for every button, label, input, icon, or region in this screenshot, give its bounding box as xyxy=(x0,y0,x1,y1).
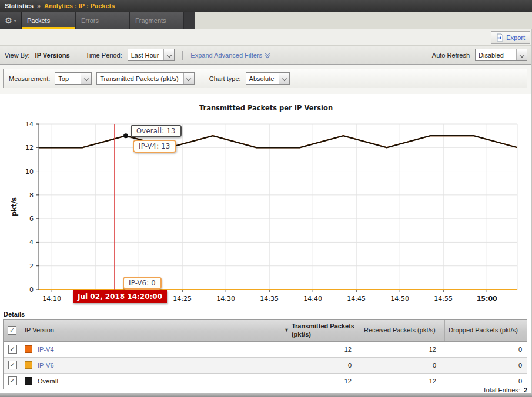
column-label: Received Packets (pkt/s) xyxy=(364,327,436,335)
line-chart[interactable]: 0246810121414:1014:1514:2014:2514:3014:3… xyxy=(0,94,532,312)
auto-refresh-select[interactable]: Disabled xyxy=(475,49,527,61)
hover-point-overall xyxy=(123,133,128,138)
export-label: Export xyxy=(506,34,525,41)
transmitted-value: 12 xyxy=(280,342,360,357)
row-checkbox-overall[interactable]: ✓ xyxy=(8,376,17,385)
x-tick-label: 14:30 xyxy=(216,295,235,302)
x-tick-label: 14:10 xyxy=(42,295,61,302)
divider xyxy=(202,74,202,83)
tab-strip: ⚙ ▾ PacketsErrorsFragments xyxy=(0,12,195,29)
row-checkbox-cell: ✓ xyxy=(4,358,21,373)
y-tick-label: 8 xyxy=(29,191,34,199)
breadcrumb-section[interactable]: Statistics xyxy=(5,2,34,9)
dropdown-arrow-icon xyxy=(279,73,289,84)
row-checkbox-cell: ✓ xyxy=(4,374,21,389)
hover-time-badge: Jul 02, 2018 14:20:00 xyxy=(73,290,167,303)
y-tick-label: 12 xyxy=(25,144,34,152)
x-tick-label: 14:50 xyxy=(390,295,409,302)
double-chevron-down-icon xyxy=(266,52,269,58)
measurement-bar: Measurement: Top Transmitted Packets (pk… xyxy=(3,69,527,88)
details-heading: Details xyxy=(4,311,25,318)
measurement-metric-select[interactable]: Transmitted Packets (pkt/s) xyxy=(96,72,194,85)
table-row-ip-v4: ✓IP-V412120 xyxy=(4,342,527,357)
y-tick-label: 0 xyxy=(29,286,34,294)
column-label: IP Version xyxy=(25,327,54,335)
series-line-ip-v4 xyxy=(39,136,517,147)
bottom-scrollbar[interactable] xyxy=(0,393,532,397)
column-label: Transmitted Packets (pkt/s) xyxy=(292,322,356,339)
details-table-body: ✓IP-V412120✓IP-V6000✓Overall12120 xyxy=(4,342,527,389)
auto-refresh-value: Disabled xyxy=(476,49,516,60)
breadcrumb-separator-icon: » xyxy=(37,2,41,9)
tooltip-overall: Overall: 13 xyxy=(131,125,182,137)
measurement-top-value: Top xyxy=(55,73,81,84)
tab-options-button[interactable]: ⚙ ▾ xyxy=(0,12,22,29)
column-header-transmitted-packets-pkt-s[interactable]: ▼Transmitted Packets (pkt/s) xyxy=(280,320,360,341)
tab-label: Errors xyxy=(81,17,99,24)
gear-icon: ⚙ xyxy=(5,16,12,25)
column-header-dropped-packets-pkt-s[interactable]: Dropped Packets (pkt/s) xyxy=(445,320,527,341)
y-tick-label: 14 xyxy=(25,120,34,128)
tab-errors[interactable]: Errors xyxy=(76,12,130,29)
transmitted-value: 0 xyxy=(280,358,360,373)
series-name-cell: IP-V4 xyxy=(21,342,280,357)
y-tick-label: 10 xyxy=(25,168,34,176)
breadcrumb-path: Analytics : IP : Packets xyxy=(44,2,115,9)
dropdown-arrow-icon xyxy=(516,49,527,60)
auto-refresh-label: Auto Refresh xyxy=(432,52,470,59)
column-header-received-packets-pkt-s[interactable]: Received Packets (pkt/s) xyxy=(360,320,445,341)
series-color-swatch xyxy=(25,345,32,353)
breadcrumb: Statistics » Analytics : IP : Packets xyxy=(0,0,532,12)
measurement-top-select[interactable]: Top xyxy=(55,72,92,85)
tab-fragments[interactable]: Fragments xyxy=(130,12,184,29)
y-axis-title: pkt/s xyxy=(10,197,18,217)
checkmark-icon: ✓ xyxy=(9,327,15,334)
tab-packets[interactable]: Packets xyxy=(22,12,76,29)
series-name-overall: Overall xyxy=(38,378,58,385)
view-by-label: View By: xyxy=(5,52,30,59)
time-period-select[interactable]: Last Hour xyxy=(128,49,175,61)
y-tick-label: 4 xyxy=(29,238,34,246)
received-value: 12 xyxy=(360,374,445,389)
analytics-page: Statistics » Analytics : IP : Packets ⚙ … xyxy=(0,0,532,397)
column-header-ip-version[interactable]: IP Version xyxy=(21,320,280,341)
x-tick-label: 14:40 xyxy=(303,295,322,302)
dropped-value: 0 xyxy=(445,342,527,357)
table-row-ip-v6: ✓IP-V6000 xyxy=(4,357,527,373)
x-tick-label: 14:35 xyxy=(260,295,279,302)
tab-label: Packets xyxy=(27,17,50,24)
details-table: ✓IP Version▼Transmitted Packets (pkt/s)R… xyxy=(3,319,527,389)
export-toolbar: Export xyxy=(0,29,532,46)
transmitted-value: 12 xyxy=(280,374,360,389)
tooltip-ipv6: IP-V6: 0 xyxy=(123,277,162,290)
checkmark-icon: ✓ xyxy=(9,378,15,384)
caret-down-icon: ▾ xyxy=(14,18,16,23)
x-tick-label: 14:25 xyxy=(173,295,192,302)
tab-label: Fragments xyxy=(135,17,166,24)
export-icon xyxy=(496,33,504,42)
series-color-swatch xyxy=(25,361,32,369)
series-color-swatch xyxy=(25,377,32,385)
x-tick-label: 14:55 xyxy=(434,295,453,302)
column-label: Dropped Packets (pkt/s) xyxy=(449,327,518,335)
chart-type-select[interactable]: Absolute xyxy=(246,72,290,85)
dropped-value: 0 xyxy=(445,358,527,373)
time-period-value: Last Hour xyxy=(128,49,164,60)
row-checkbox-ip-v4[interactable]: ✓ xyxy=(8,345,17,354)
select-all-checkbox[interactable]: ✓ xyxy=(8,326,16,335)
series-line-overall xyxy=(39,136,517,147)
expand-advanced-filters-link[interactable]: Expand Advanced Filters xyxy=(190,52,269,59)
series-name-cell: Overall xyxy=(21,374,280,389)
row-checkbox-ip-v6[interactable]: ✓ xyxy=(8,361,17,369)
series-name-ip-v4[interactable]: IP-V4 xyxy=(38,346,54,353)
sort-desc-icon: ▼ xyxy=(284,327,289,334)
series-name-ip-v6[interactable]: IP-V6 xyxy=(38,362,54,369)
view-by-value: IP Versions xyxy=(35,52,70,59)
tab-list: PacketsErrorsFragments xyxy=(22,12,184,29)
select-all-cell: ✓ xyxy=(4,320,21,341)
row-checkbox-cell: ✓ xyxy=(4,342,21,357)
x-tick-label: 14:45 xyxy=(347,295,366,302)
export-button[interactable]: Export xyxy=(491,31,530,44)
measurement-metric-value: Transmitted Packets (pkt/s) xyxy=(97,73,183,84)
dropdown-arrow-icon xyxy=(163,49,174,60)
